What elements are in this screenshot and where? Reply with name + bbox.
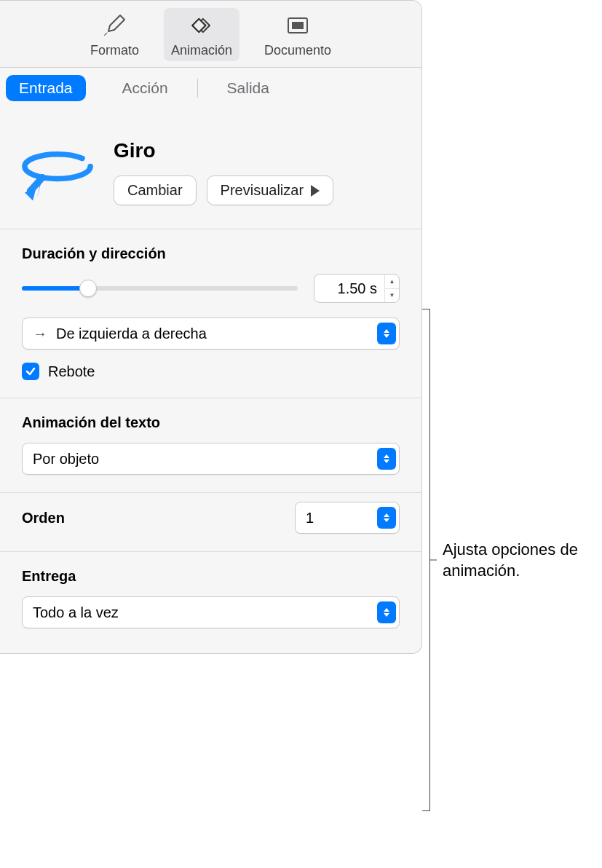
- delivery-select[interactable]: Todo a la vez: [22, 596, 400, 628]
- select-caret-icon: [377, 323, 396, 344]
- delivery-value: Todo a la vez: [33, 604, 377, 621]
- duration-stepper[interactable]: ▲ ▼: [384, 275, 399, 302]
- select-caret-icon: [377, 601, 396, 623]
- direction-value: De izquierda a derecha: [56, 326, 377, 342]
- subtab-build-out[interactable]: Salida: [214, 75, 282, 101]
- diamond-stack-icon: [186, 12, 218, 39]
- order-select[interactable]: 1: [295, 502, 400, 534]
- order-heading: Orden: [22, 510, 65, 526]
- duration-value: 1.50 s: [314, 280, 384, 297]
- order-value: 1: [306, 510, 377, 526]
- duration-heading: Duración y dirección: [22, 245, 400, 262]
- paintbrush-icon: [98, 12, 130, 39]
- preview-label: Previsualizar: [221, 182, 304, 199]
- bracket-icon: [422, 309, 437, 811]
- tab-document-label: Documento: [264, 43, 331, 58]
- change-effect-label: Cambiar: [127, 182, 183, 199]
- separator: [197, 79, 198, 98]
- check-icon: [25, 366, 36, 377]
- text-anim-value: Por objeto: [33, 451, 377, 467]
- callout: Ajusta opciones de animación.: [422, 309, 597, 811]
- delivery-heading: Entrega: [22, 568, 400, 585]
- effect-name: Giro: [114, 139, 405, 162]
- select-caret-icon: [377, 507, 396, 529]
- inspector-panel: Formato Animación: [0, 0, 422, 654]
- select-caret-icon: [377, 448, 396, 470]
- stepper-up-icon[interactable]: ▲: [385, 275, 399, 289]
- change-effect-button[interactable]: Cambiar: [114, 175, 197, 205]
- effect-summary: Giro Cambiar Previsualizar: [0, 108, 421, 223]
- tab-format[interactable]: Formato: [83, 8, 146, 61]
- arrow-right-icon: →: [33, 326, 47, 342]
- subtab-action[interactable]: Acción: [109, 75, 181, 101]
- text-anim-heading: Animación del texto: [22, 414, 400, 431]
- tab-animate[interactable]: Animación: [164, 8, 239, 61]
- text-anim-select[interactable]: Por objeto: [22, 443, 400, 475]
- tab-animate-label: Animación: [171, 43, 232, 58]
- bounce-label: Rebote: [48, 363, 95, 380]
- tab-format-label: Formato: [90, 43, 139, 58]
- svg-rect-1: [292, 22, 304, 29]
- order-section: Orden 1: [0, 492, 421, 548]
- duration-field[interactable]: 1.50 s ▲ ▼: [314, 274, 400, 303]
- stepper-down-icon[interactable]: ▼: [385, 289, 399, 303]
- svg-point-2: [25, 154, 90, 179]
- play-icon: [311, 185, 320, 197]
- delivery-section: Entrega Todo a la vez: [0, 551, 421, 653]
- spin-effect-icon: [16, 139, 99, 203]
- text-anim-section: Animación del texto Por objeto: [0, 398, 421, 489]
- tab-document[interactable]: Documento: [257, 8, 338, 61]
- callout-text: Ajusta opciones de animación.: [443, 540, 597, 581]
- build-subtabs: Entrada Acción Salida: [0, 68, 421, 108]
- duration-slider[interactable]: [22, 281, 298, 296]
- document-icon: [282, 12, 314, 39]
- duration-section: Duración y dirección 1.50 s ▲ ▼ →: [0, 229, 421, 395]
- inspector-toolbar: Formato Animación: [0, 1, 421, 68]
- bounce-checkbox[interactable]: [22, 363, 39, 380]
- direction-select[interactable]: → De izquierda a derecha: [22, 317, 400, 350]
- subtab-build-in[interactable]: Entrada: [6, 75, 86, 101]
- preview-button[interactable]: Previsualizar: [207, 175, 333, 205]
